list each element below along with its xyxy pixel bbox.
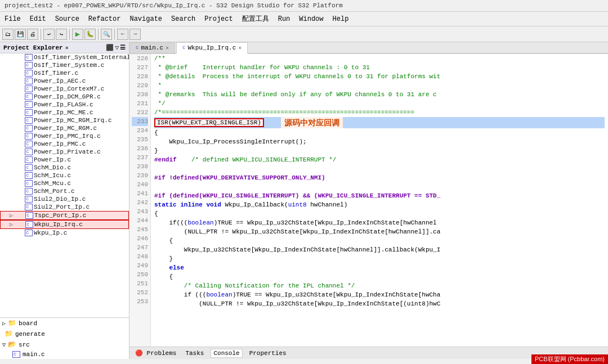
tree-item-8[interactable]: c Power_Ip_MC_RGM_Irq.c xyxy=(0,116,129,124)
btm-tab-tasks[interactable]: Tasks xyxy=(183,349,206,357)
code-line-234: { xyxy=(154,128,605,137)
code-line-233: ISR(WKPU_EXT_IRQ_SINGLE_ISR) 源码中对应回调 xyxy=(154,117,605,128)
tree-item-11[interactable]: c Power_Ip_PMC.c xyxy=(0,140,129,148)
tree-item-4[interactable]: c Power_Ip_CortexM7.c xyxy=(0,85,129,93)
tree-item-16[interactable]: c SchM_Mcu.c xyxy=(0,179,129,187)
toolbar-btn-back[interactable]: ← xyxy=(117,29,128,40)
editor-area: c main.c ✕ c Wkpu_Ip_Irq.c ✕ 226 227 228… xyxy=(129,42,608,359)
code-line-239: #if !defined(WKPU_DERIVATIVE_SUPPORT_ONL… xyxy=(154,173,605,182)
tree-item-18[interactable]: c Siul2_Dio_Ip.c xyxy=(0,195,129,203)
menu-run[interactable]: Run xyxy=(274,14,295,24)
c-file-icon: c xyxy=(25,212,33,219)
menu-source[interactable]: Source xyxy=(51,14,84,24)
tree-label: Siul2_Port_Ip.c xyxy=(34,204,90,210)
menu-search[interactable]: Search xyxy=(167,14,200,24)
btm-tab-problems[interactable]: 🔴 Problems xyxy=(133,349,178,357)
menu-refactor[interactable]: Refactor xyxy=(84,14,126,24)
tab-wkpu-irq[interactable]: c Wkpu_Ip_Irq.c ✕ xyxy=(176,42,248,54)
pe-section-generate[interactable]: 📁 generate xyxy=(0,329,129,339)
toolbar-btn-run[interactable]: ▶ xyxy=(72,29,83,40)
code-line-242: static inline void Wkpu_Ip_Callback(uint… xyxy=(154,200,605,209)
tree-label: Power_Ip_DCM_GPR.c xyxy=(34,93,101,100)
toolbar-sep-1 xyxy=(41,29,41,40)
tree-item-6[interactable]: c Power_Ip_FLASH.c xyxy=(0,101,129,109)
title-text: project_test2 - ep007_POWER_WKPU/RTD/src… xyxy=(5,2,343,9)
tree-item-12[interactable]: c Power_Ip_Private.c xyxy=(0,148,129,156)
tree-item-tspc[interactable]: ▷ c Tspc_Port_Ip.c xyxy=(0,211,129,220)
tree-item-wkpu[interactable]: c Wkpu_Ip.c xyxy=(0,229,129,237)
tabs-bar: c main.c ✕ c Wkpu_Ip_Irq.c ✕ xyxy=(129,42,608,54)
code-line-240 xyxy=(154,182,605,191)
expand-icon[interactable]: ▷ xyxy=(10,221,16,228)
tree-item-2[interactable]: c OsIf_Timer.c xyxy=(0,69,129,77)
tree-item-0[interactable]: c OsIf_Timer_System_Internal_Systick.c xyxy=(0,53,129,61)
menu-project[interactable]: Project xyxy=(200,14,237,24)
tree-label: Power_Ip_CortexM7.c xyxy=(34,86,104,92)
code-line-241: #if (defined(WKPU_ICU_SINGLE_INTERRUPT) … xyxy=(154,191,605,200)
tree-item-1[interactable]: c OsIf_Timer_System.c xyxy=(0,61,129,69)
annotation-text: 源码中对应回调 xyxy=(281,117,343,128)
isr-call: ISR(WKPU_EXT_IRQ_SINGLE_ISR) xyxy=(154,118,264,127)
menu-config-tool[interactable]: 配置工具 xyxy=(238,13,274,25)
tree-label: Power_Ip.c xyxy=(34,156,71,163)
toolbar-btn-3[interactable]: 🖨 xyxy=(27,29,38,40)
menu-edit[interactable]: Edit xyxy=(25,14,51,24)
tree-item-19[interactable]: c Siul2_Port_Ip.c xyxy=(0,203,129,211)
toolbar-btn-5[interactable]: ↪ xyxy=(56,29,67,40)
pe-section-src[interactable]: ▽ 📂 src xyxy=(0,339,129,350)
isr-box: ISR(WKPU_EXT_IRQ_SINGLE_ISR) xyxy=(154,118,264,127)
pe-close-icon[interactable]: ✕ xyxy=(65,44,69,51)
pe-menu-icon[interactable]: ☰ xyxy=(120,44,126,51)
pe-section-board[interactable]: ▷ 📁 board xyxy=(0,318,129,329)
title-bar: project_test2 - ep007_POWER_WKPU/RTD/src… xyxy=(0,0,608,12)
toolbar-btn-debug[interactable]: 🐛 xyxy=(84,29,96,40)
tree-item-wkpu-irq[interactable]: ▷ c Wkpu_Ip_Irq.c xyxy=(0,220,129,229)
tree-item-7[interactable]: c Power_Ip_MC_ME.c xyxy=(0,109,129,116)
pe-content[interactable]: c OsIf_Timer_System_Internal_Systick.c c… xyxy=(0,53,129,317)
btm-tab-properties[interactable]: Properties xyxy=(247,349,289,357)
pe-filter-icon[interactable]: ▽ xyxy=(115,44,119,51)
code-line-230: * @remarks This will be defined only if … xyxy=(154,90,605,99)
tree-item-13[interactable]: c Power_Ip.c xyxy=(0,156,129,164)
tree-item-3[interactable]: c Power_Ip_AEC.c xyxy=(0,77,129,85)
tree-item-15[interactable]: c SchM_Icu.c xyxy=(0,172,129,179)
tab-main-c-label: main.c xyxy=(141,44,163,51)
c-file-icon: c xyxy=(25,70,33,77)
btm-tab-console[interactable]: Console xyxy=(211,349,242,358)
folder-expand-icon: ▽ xyxy=(2,341,6,348)
tree-label: Power_Ip_MC_RGM.c xyxy=(34,125,97,132)
tree-label: Wkpu_Ip.c xyxy=(34,230,67,236)
tab-wkpu-irq-close[interactable]: ✕ xyxy=(238,44,242,51)
expand-icon[interactable]: ▷ xyxy=(10,212,16,219)
code-line-229: * xyxy=(154,81,605,90)
tree-item-17[interactable]: c SchM_Port.c xyxy=(0,187,129,195)
watermark-text: PCB联盟网 (Pcbbar.com) xyxy=(535,356,605,362)
menu-file[interactable]: File xyxy=(0,14,25,24)
tree-item-14[interactable]: c SchM_Dio.c xyxy=(0,164,129,172)
tab-wkpu-irq-label: Wkpu_Ip_Irq.c xyxy=(187,44,236,51)
code-line-248: } xyxy=(154,254,605,263)
c-file-icon: c xyxy=(25,133,33,140)
code-content[interactable]: /** * @brief Interrupt handler for WKPU … xyxy=(151,54,608,347)
toolbar-btn-4[interactable]: ↩ xyxy=(43,29,55,40)
menu-navigate[interactable]: Navigate xyxy=(125,14,167,24)
tree-item-5[interactable]: c Power_Ip_DCM_GPR.c xyxy=(0,93,129,101)
pe-collapse-icon[interactable]: ⬛ xyxy=(106,44,114,51)
folder-expand-icon: ▷ xyxy=(2,320,6,327)
c-file-icon: c xyxy=(25,109,33,116)
toolbar-btn-search[interactable]: 🔍 xyxy=(101,29,112,40)
menu-window[interactable]: Window xyxy=(294,14,328,24)
folder-icon: 📂 xyxy=(8,340,16,349)
toolbar-btn-1[interactable]: 🗂 xyxy=(2,29,14,40)
pe-section-main-c[interactable]: c main.c xyxy=(0,350,129,359)
tree-item-9[interactable]: c Power_Ip_MC_RGM.c xyxy=(0,124,129,132)
tab-main-c-close[interactable]: ✕ xyxy=(166,44,169,51)
tab-main-c[interactable]: c main.c ✕ xyxy=(129,42,175,53)
watermark: PCB联盟网 (Pcbbar.com) xyxy=(531,354,608,364)
toolbar-btn-forward[interactable]: → xyxy=(129,29,141,40)
main-c-label: main.c xyxy=(23,351,45,358)
tree-label: Siul2_Dio_Ip.c xyxy=(34,196,86,203)
tree-item-10[interactable]: c Power_Ip_PMC_Irq.c xyxy=(0,132,129,140)
menu-help[interactable]: Help xyxy=(328,14,354,24)
toolbar-btn-2[interactable]: 💾 xyxy=(15,29,26,40)
